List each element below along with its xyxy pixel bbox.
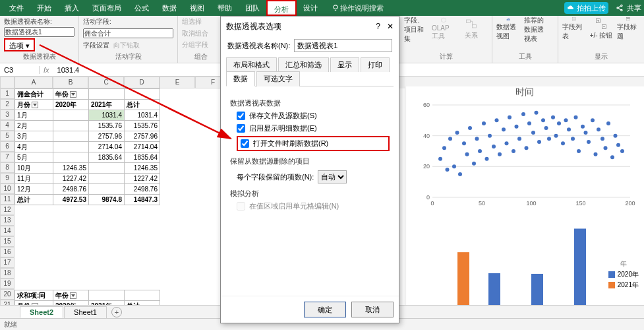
menu-数据[interactable]: 数据: [156, 0, 183, 16]
col-header-E[interactable]: E: [160, 77, 195, 88]
menu-团队[interactable]: 团队: [239, 0, 266, 16]
cell[interactable]: [53, 110, 89, 121]
upload-badge[interactable]: 拍拍上传: [564, 2, 608, 14]
cell[interactable]: 1月: [15, 110, 53, 121]
row-header[interactable]: 12: [0, 205, 15, 215]
row-header[interactable]: 6: [0, 141, 15, 152]
pivottable-name-input[interactable]: [4, 27, 74, 37]
menu-插入[interactable]: 插入: [58, 0, 86, 16]
row-header[interactable]: 10: [0, 183, 15, 194]
row-header[interactable]: 2: [0, 99, 15, 110]
dialog-tab-2[interactable]: 显示: [330, 57, 359, 72]
share-button[interactable]: 共享: [615, 3, 641, 13]
row-header[interactable]: 17: [0, 257, 15, 268]
retain-select[interactable]: 自动: [318, 170, 347, 183]
menu-公式[interactable]: 公式: [128, 0, 156, 16]
col-header-A[interactable]: A: [15, 77, 53, 88]
col-header-C[interactable]: C: [88, 77, 124, 88]
dialog-tab-5[interactable]: 可选文字: [256, 71, 300, 86]
cell[interactable]: 2757.96: [89, 131, 125, 142]
dialog-tab-4[interactable]: 数据: [226, 71, 255, 86]
cell[interactable]: 4972.53: [53, 195, 89, 205]
checkbox-save-source[interactable]: 保存文件及源数据(S): [237, 111, 390, 121]
recommended-pivot-button[interactable]: 推荐的数据透视表: [524, 17, 548, 41]
menu-分析[interactable]: 分析: [266, 0, 297, 16]
dialog-tab-3[interactable]: 打印: [361, 57, 390, 72]
cell[interactable]: 2714.04: [89, 142, 125, 152]
cell[interactable]: 12月: [15, 184, 53, 195]
cell[interactable]: 10月: [15, 163, 53, 174]
row-header[interactable]: 1: [0, 88, 15, 99]
checkbox-show-detail[interactable]: 启用显示明细数据(E): [237, 123, 390, 133]
row-header[interactable]: 8: [0, 162, 15, 173]
checkbox-cell-edit[interactable]: 在值区域启用单元格编辑(N): [237, 201, 390, 211]
menu-视图[interactable]: 视图: [183, 0, 211, 16]
row-header[interactable]: 7: [0, 152, 15, 162]
fieldlist-button[interactable]: 字段列表: [562, 17, 585, 41]
cell[interactable]: [89, 174, 125, 184]
cell[interactable]: 4月: [15, 142, 53, 152]
cell[interactable]: 1227.42: [125, 174, 160, 184]
cell[interactable]: 1031.4: [125, 110, 160, 121]
row-header[interactable]: 20: [0, 289, 15, 300]
row-header[interactable]: 9: [0, 173, 15, 183]
cell[interactable]: 1535.76: [125, 121, 160, 131]
cell[interactable]: [53, 121, 89, 131]
row-header[interactable]: 13: [0, 215, 15, 226]
field-settings-button[interactable]: 字段设置: [83, 41, 109, 50]
row-header[interactable]: 15: [0, 236, 15, 247]
menu-帮助[interactable]: 帮助: [211, 0, 239, 16]
menu-页面布局[interactable]: 页面布局: [86, 0, 128, 16]
cell[interactable]: 9874.8: [89, 195, 125, 205]
cell[interactable]: 3月: [15, 131, 53, 142]
cell[interactable]: 2714.04: [125, 142, 160, 152]
close-button[interactable]: ✕: [387, 22, 394, 31]
tell-me-search[interactable]: 操作说明搜索: [331, 3, 384, 13]
cell[interactable]: 5月: [15, 152, 53, 163]
cell[interactable]: 2757.96: [125, 131, 160, 142]
dialog-tab-1[interactable]: 汇总和筛选: [278, 57, 329, 72]
dialog-name-input[interactable]: [294, 39, 392, 52]
new-sheet-button[interactable]: +: [111, 307, 122, 317]
menu-开始[interactable]: 开始: [30, 0, 58, 16]
row-header[interactable]: 4: [0, 120, 15, 131]
row-header[interactable]: 3: [0, 110, 15, 120]
fx-icon[interactable]: fx: [40, 66, 53, 74]
cell[interactable]: [89, 163, 125, 174]
dialog-tab-0[interactable]: 布局和格式: [226, 57, 277, 72]
cell[interactable]: 总计: [15, 195, 53, 205]
plusminus-button[interactable]: +/- 按钮: [589, 17, 612, 41]
cell[interactable]: [89, 184, 125, 195]
row-header[interactable]: 16: [0, 247, 15, 257]
cell[interactable]: 1535.76: [89, 121, 125, 131]
col-header-D[interactable]: D: [124, 77, 160, 88]
name-box[interactable]: C3: [0, 66, 40, 74]
sheet-tab-Sheet1[interactable]: Sheet1: [64, 306, 107, 318]
cell[interactable]: 2月: [15, 121, 53, 131]
cell[interactable]: 2498.76: [125, 184, 160, 195]
cell[interactable]: 11月: [15, 174, 53, 184]
options-button[interactable]: 选项 ▾: [4, 38, 35, 51]
ok-button[interactable]: 确定: [304, 302, 346, 317]
row-header[interactable]: 5: [0, 131, 15, 141]
menu-文件[interactable]: 文件: [3, 0, 30, 16]
row-header[interactable]: 14: [0, 226, 15, 236]
cell[interactable]: [53, 131, 89, 142]
cell[interactable]: 1835.64: [125, 152, 160, 163]
sheet-tab-Sheet2[interactable]: Sheet2: [20, 306, 63, 318]
help-button[interactable]: ?: [376, 22, 380, 31]
col-header-B[interactable]: B: [53, 77, 88, 88]
cell[interactable]: 1246.35: [125, 163, 160, 174]
active-field-input[interactable]: [83, 28, 173, 38]
fields-items-sets-button[interactable]: fx字段、项目和集: [404, 17, 428, 41]
cell[interactable]: [53, 142, 89, 152]
fieldheaders-button[interactable]: 字段标题: [617, 17, 640, 41]
cell[interactable]: 1246.35: [53, 163, 89, 174]
cell[interactable]: 2498.76: [53, 184, 89, 195]
cancel-button[interactable]: 取消: [351, 302, 394, 317]
menu-设计[interactable]: 设计: [297, 0, 324, 16]
cell[interactable]: [53, 152, 89, 163]
row-header[interactable]: 11: [0, 194, 15, 205]
row-header[interactable]: 19: [0, 279, 15, 289]
checkbox-refresh-on-open[interactable]: 打开文件时刷新数据(R): [237, 136, 390, 151]
